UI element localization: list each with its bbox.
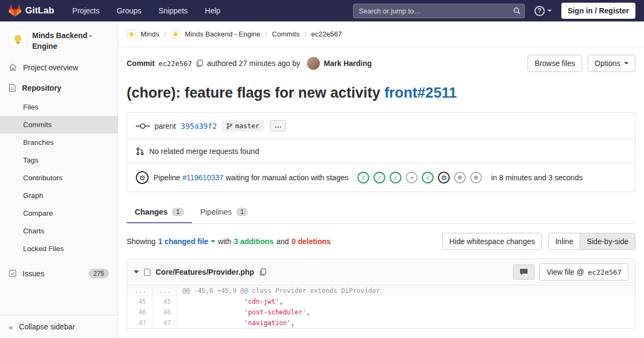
search-icon[interactable] [513, 7, 521, 14]
pipeline-duration: in 8 minutes and 3 seconds [491, 173, 582, 182]
sidebar-item-project-overview[interactable]: Project overview [0, 57, 118, 78]
breadcrumb-project[interactable]: Minds Backend - Engine [185, 30, 260, 38]
pipelines-count-badge: 1 [236, 208, 248, 216]
file-icon [144, 268, 151, 276]
copy-file-path-button[interactable] [259, 268, 267, 276]
stage-created-icon[interactable] [470, 172, 482, 183]
stage-manual-icon[interactable]: ⚙ [438, 172, 450, 183]
deletions-count: 0 deletions [291, 237, 331, 246]
sidebar-item-files[interactable]: Files [0, 98, 118, 116]
sidebar-item-tags[interactable]: Tags [0, 151, 118, 169]
nav-help[interactable]: Help [205, 6, 221, 15]
main-nav: Projects Groups Snippets Help [72, 6, 238, 15]
inline-view-button[interactable]: Inline [548, 233, 580, 250]
changed-files-dropdown[interactable]: 1 changed file [158, 237, 215, 246]
commit-meta-bar: Commit ec22e567 authored 27 minutes ago … [127, 55, 635, 72]
breadcrumb-separator: / [304, 30, 306, 38]
breadcrumb-group[interactable]: Minds [141, 30, 159, 38]
nav-projects[interactable]: Projects [72, 6, 100, 15]
search-input[interactable] [353, 4, 525, 18]
tab-pipelines[interactable]: Pipelines 1 [192, 201, 257, 223]
sidebar-item-issues[interactable]: Issues 275 [0, 263, 118, 284]
hide-whitespace-button[interactable]: Hide whitespace changes [442, 233, 542, 250]
project-sidebar: Minds Backend - Engine Project overview … [0, 21, 118, 338]
view-file-button[interactable]: View file @ ec22e567 [539, 263, 628, 281]
diff-view-toggle: Inline Side-by-side [548, 233, 635, 250]
sign-in-button[interactable]: Sign in / Register [561, 3, 635, 19]
gitlab-tanuki-icon [9, 4, 21, 17]
tab-changes[interactable]: Changes 1 [127, 201, 192, 223]
sidebar-item-graph[interactable]: Graph [0, 187, 118, 204]
code-line: 'navigation', [177, 318, 635, 328]
breadcrumb-separator: / [164, 30, 166, 38]
stage-skipped-icon[interactable]: » [406, 172, 418, 183]
author-avatar[interactable] [307, 57, 320, 70]
authored-text: authored 27 minutes ago by [207, 59, 301, 68]
issues-icon [9, 269, 17, 277]
stage-passed-icon[interactable]: ✓ [374, 172, 385, 183]
breadcrumb-separator: / [265, 30, 267, 38]
side-by-side-view-button[interactable]: Side-by-side [580, 233, 635, 250]
project-avatar [9, 29, 27, 47]
diff-table: ... ... @@ -45,6 +45,9 @@ class Provider… [127, 285, 635, 328]
stage-passed-icon[interactable]: ✓ [390, 172, 401, 183]
home-icon [9, 63, 17, 71]
double-chevron-left-icon: « [9, 323, 13, 331]
branch-badge[interactable]: master [222, 120, 264, 131]
branch-icon [226, 123, 232, 129]
old-line-number[interactable]: 47 [127, 318, 152, 328]
new-line-number[interactable]: 45 [152, 296, 177, 307]
expand-branches-button[interactable]: … [270, 120, 286, 131]
commit-title: (chore): feature flags for new activity … [127, 84, 635, 102]
parent-label: parent [155, 122, 176, 130]
main-content: Minds / Minds Backend - Engine / Commits… [118, 21, 644, 338]
group-avatar [127, 30, 136, 39]
issues-count-badge: 275 [89, 269, 109, 278]
commit-title-issue-link[interactable]: front#2511 [384, 85, 457, 101]
sidebar-item-locked-files[interactable]: Locked Files [0, 240, 118, 258]
sidebar-item-charts[interactable]: Charts [0, 222, 118, 240]
changes-count-badge: 1 [172, 208, 184, 216]
nav-snippets[interactable]: Snippets [158, 6, 187, 15]
diff-file-header: Core/Features/Provider.php [127, 259, 635, 285]
copy-sha-button[interactable] [196, 60, 203, 67]
sidebar-item-contributors[interactable]: Contributors [0, 169, 118, 187]
merge-request-icon [136, 147, 144, 156]
repository-icon [9, 84, 16, 92]
brand-name: GitLab [25, 5, 54, 16]
chevron-down-icon [547, 10, 552, 12]
old-line-number[interactable]: 45 [127, 296, 152, 307]
commit-label: Commit [127, 59, 155, 68]
repository-subnav: Files Commits Branches Tags Contributors… [0, 98, 118, 258]
old-line-number[interactable]: 46 [127, 307, 152, 318]
stage-created-icon[interactable] [454, 172, 466, 183]
breadcrumb-commits[interactable]: Commits [272, 30, 299, 38]
sidebar-item-compare[interactable]: Compare [0, 204, 118, 222]
new-line-number[interactable]: 47 [152, 318, 177, 328]
diff-summary-bar: Showing 1 changed file with 3 additions … [127, 233, 635, 250]
sidebar-item-commits[interactable]: Commits [0, 116, 118, 134]
collapse-diff-icon[interactable] [134, 270, 139, 274]
toggle-comments-button[interactable] [513, 264, 535, 280]
gitlab-home-link[interactable]: GitLab [9, 4, 54, 17]
help-dropdown[interactable]: ? [535, 6, 552, 16]
sidebar-item-branches[interactable]: Branches [0, 134, 118, 151]
nav-groups[interactable]: Groups [116, 6, 141, 15]
commit-tabs: Changes 1 Pipelines 1 [127, 201, 635, 224]
comment-bubble-icon [519, 268, 528, 276]
top-navbar: GitLab Projects Groups Snippets Help ? S… [0, 0, 644, 21]
hunk-header-text: @@ -45,6 +45,9 @@ class Provider extends… [177, 285, 635, 296]
collapse-sidebar-button[interactable]: « Collapse sidebar [0, 315, 118, 338]
stage-passed-icon[interactable]: ✓ [357, 172, 369, 183]
new-line-number[interactable]: 46 [152, 307, 177, 318]
sidebar-item-repository[interactable]: Repository [0, 78, 118, 98]
options-dropdown-button[interactable]: Options [588, 55, 635, 72]
pipeline-mini-graph: ✓ ✓ ✓ » ✓ ⚙ [357, 172, 482, 183]
parent-sha-link[interactable]: 395a39f2 [181, 122, 217, 130]
pipeline-id-link[interactable]: #119610337 [182, 173, 224, 182]
browse-files-button[interactable]: Browse files [528, 55, 582, 72]
author-name-link[interactable]: Mark Harding [324, 59, 371, 68]
breadcrumb: Minds / Minds Backend - Engine / Commits… [118, 21, 644, 47]
stage-passed-icon[interactable]: ✓ [422, 172, 434, 183]
project-context[interactable]: Minds Backend - Engine [0, 21, 118, 57]
